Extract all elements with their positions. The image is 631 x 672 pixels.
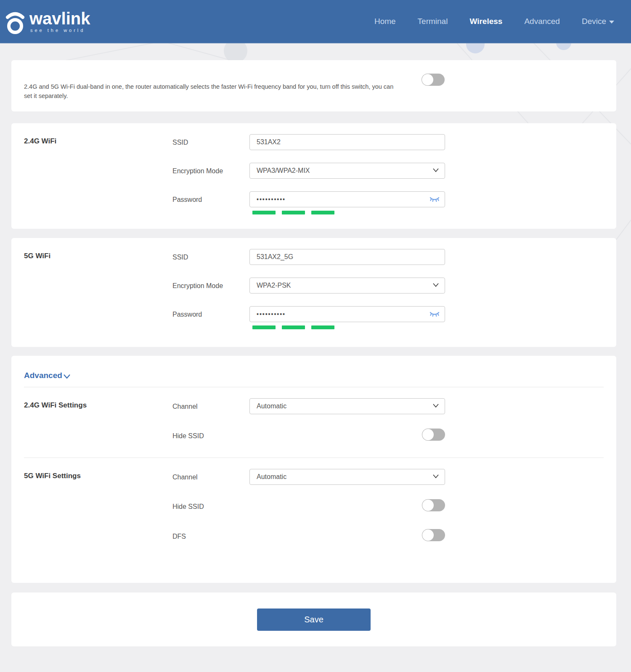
hide-ssid-2g-toggle[interactable] <box>422 429 445 441</box>
toggle-knob <box>422 74 433 85</box>
wifi-5g-section-label: 5G WiFi <box>24 249 172 260</box>
wifi-5g-card: 5G WiFi SSID Encryption Mode WPA2-PSK Pa… <box>11 238 616 347</box>
top-navbar: wavlink see the world Home Terminal Wire… <box>0 0 631 43</box>
hide-ssid-label: Hide SSID <box>172 428 227 441</box>
chevron-down-icon <box>63 374 71 379</box>
nav-item-device-label: Device <box>582 17 606 26</box>
chevron-down-icon <box>432 283 439 288</box>
advanced-heading-label: Advanced <box>24 371 62 380</box>
password-label: Password <box>172 191 227 204</box>
password-5g-input[interactable] <box>249 306 445 322</box>
encryption-5g-value: WPA2-PSK <box>257 282 291 289</box>
nav-item-device[interactable]: Device <box>582 17 614 26</box>
advanced-card: Advanced 2.4G WiFi Settings Channel Auto… <box>11 356 616 583</box>
encryption-2g-value: WPA3/WPA2-MIX <box>257 167 310 175</box>
save-card: Save <box>11 593 616 646</box>
encryption-mode-label: Encryption Mode <box>172 163 227 176</box>
ssid-label: SSID <box>172 249 227 262</box>
channel-5g-value: Automatic <box>257 473 286 481</box>
chevron-down-icon <box>432 474 439 479</box>
strength-bar <box>311 325 334 329</box>
encryption-5g-select[interactable]: WPA2-PSK <box>249 278 445 294</box>
dfs-toggle[interactable] <box>422 529 445 541</box>
wifi-2g-card: 2.4G WiFi SSID Encryption Mode WPA3/WPA2… <box>11 123 616 229</box>
toggle-knob <box>422 500 434 511</box>
eye-closed-icon[interactable] <box>429 310 440 318</box>
strength-bar <box>252 325 276 329</box>
ssid-5g-input[interactable] <box>249 249 445 265</box>
chevron-down-icon <box>432 403 439 408</box>
dual-band-card: 2.4G and 5G Wi-Fi dual-band in one, the … <box>11 60 616 111</box>
channel-2g-value: Automatic <box>257 402 286 410</box>
advanced-collapse-toggle[interactable]: Advanced <box>24 371 71 380</box>
chevron-down-icon <box>609 21 614 24</box>
dual-band-description: 2.4G and 5G Wi-Fi dual-band in one, the … <box>24 73 396 101</box>
strength-bar <box>282 325 305 329</box>
password-strength-2g <box>252 211 445 214</box>
dfs-label: DFS <box>172 528 227 541</box>
strength-bar <box>311 211 334 214</box>
strength-bar <box>252 211 276 214</box>
encryption-2g-select[interactable]: WPA3/WPA2-MIX <box>249 163 445 179</box>
wavlink-logo-icon <box>4 10 26 34</box>
nav-links: Home Terminal Wireless Advanced Device <box>374 17 614 26</box>
settings-2g-section-label: 2.4G WiFi Settings <box>24 398 172 410</box>
wifi-2g-section-label: 2.4G WiFi <box>24 134 172 146</box>
ssid-2g-input[interactable] <box>249 134 445 150</box>
password-label: Password <box>172 306 227 319</box>
eye-closed-icon[interactable] <box>429 195 440 204</box>
brand-logo: wavlink see the world <box>3 8 90 34</box>
channel-label: Channel <box>172 398 227 411</box>
settings-5g-section-label: 5G WiFi Settings <box>24 469 172 480</box>
toggle-knob <box>422 429 434 440</box>
save-button[interactable]: Save <box>257 609 371 631</box>
hide-ssid-5g-toggle[interactable] <box>422 499 445 511</box>
nav-item-wireless[interactable]: Wireless <box>469 17 502 26</box>
ssid-label: SSID <box>172 134 227 147</box>
brand-tagline: see the world <box>30 28 90 33</box>
toggle-knob <box>422 529 434 541</box>
password-2g-input[interactable] <box>249 191 445 207</box>
password-strength-5g <box>252 325 445 329</box>
channel-5g-select[interactable]: Automatic <box>249 469 445 485</box>
strength-bar <box>282 211 305 214</box>
nav-item-terminal[interactable]: Terminal <box>418 17 448 26</box>
chevron-down-icon <box>432 168 439 173</box>
nav-item-advanced[interactable]: Advanced <box>524 17 560 26</box>
nav-item-home[interactable]: Home <box>374 17 396 26</box>
encryption-mode-label: Encryption Mode <box>172 278 227 291</box>
hide-ssid-label: Hide SSID <box>172 498 227 511</box>
channel-2g-select[interactable]: Automatic <box>249 398 445 414</box>
dual-band-toggle[interactable] <box>422 74 445 86</box>
channel-label: Channel <box>172 469 227 482</box>
brand-name: wavlink <box>29 10 90 27</box>
